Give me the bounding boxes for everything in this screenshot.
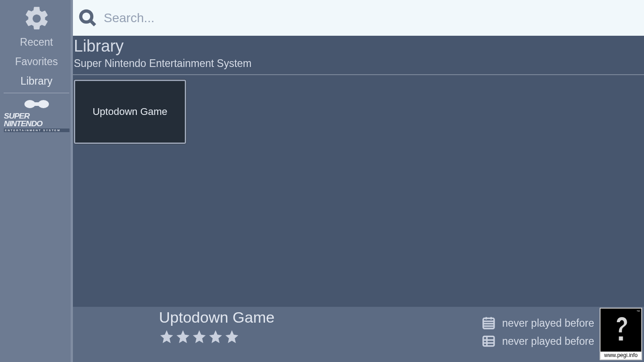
detail-game-title: Uptodown Game: [159, 309, 481, 326]
star-icon: [175, 329, 191, 344]
platform-logo-subline: ENTERTAINMENT SYSTEM: [4, 129, 69, 132]
game-tile[interactable]: Uptodown Game: [74, 80, 186, 144]
question-icon: [609, 314, 633, 347]
calendar-icon: [481, 316, 496, 330]
game-tile-title: Uptodown Game: [92, 106, 167, 118]
game-grid: Uptodown Game: [73, 75, 644, 307]
detail-bar: Uptodown Game: [73, 307, 644, 362]
svg-rect-11: [483, 336, 494, 346]
star-icon: [224, 329, 240, 344]
meta-last-played: never played before: [481, 316, 594, 330]
sidebar-separator: [4, 93, 69, 93]
star-icon: [208, 329, 223, 344]
search-input[interactable]: [104, 11, 644, 25]
platform-logo-wordmark: SUPER NINTENDO: [4, 112, 42, 128]
library-header: Library Super Nintendo Entertainment Sys…: [73, 36, 644, 75]
gear-icon[interactable]: [23, 5, 51, 33]
page-subtitle: Super Nintendo Entertainment System: [74, 57, 644, 70]
svg-line-4: [90, 20, 95, 25]
sidebar-item-favorites[interactable]: Favorites: [0, 52, 73, 71]
svg-point-3: [81, 11, 92, 22]
controller-icon: [23, 98, 50, 110]
main-area: Library Super Nintendo Entertainment Sys…: [73, 0, 644, 362]
meta-play-count-text: never played before: [502, 335, 594, 348]
pegi-url: www.pegi.info: [601, 352, 641, 359]
sidebar-item-library[interactable]: Library: [0, 71, 73, 91]
pegi-tm: ™: [636, 310, 640, 314]
star-icon: [159, 329, 174, 344]
page-title: Library: [74, 37, 644, 56]
meta-play-count: never played before: [481, 334, 594, 348]
search-bar: [73, 0, 644, 36]
search-icon: [78, 9, 97, 28]
meta-last-played-text: never played before: [502, 317, 594, 329]
star-icon: [192, 329, 207, 344]
svg-rect-2: [32, 102, 41, 106]
sidebar-item-recent[interactable]: Recent: [0, 33, 73, 52]
list-icon: [481, 334, 496, 348]
platform-logo-snes[interactable]: SUPER NINTENDO ENTERTAINMENT SYSTEM: [5, 98, 68, 132]
pegi-rating-box: ™ www.pegi.info: [600, 308, 642, 360]
rating-stars[interactable]: [159, 329, 481, 344]
sidebar: Recent Favorites Library SUPER NINTENDO …: [0, 0, 73, 362]
